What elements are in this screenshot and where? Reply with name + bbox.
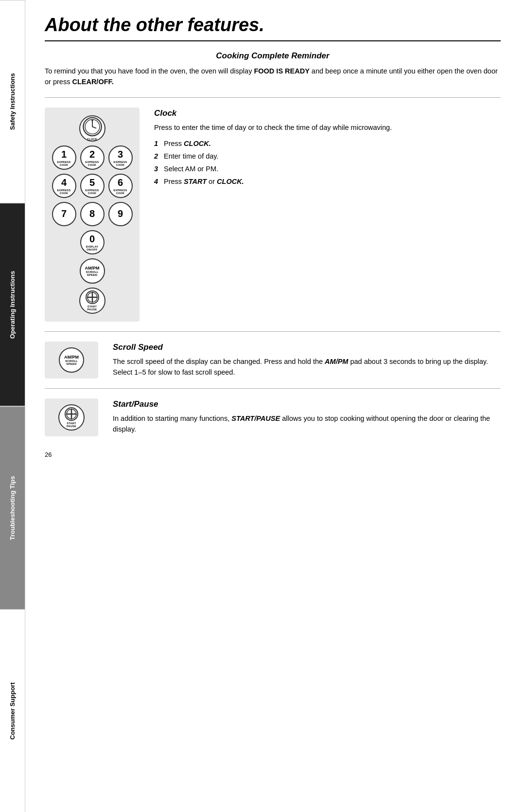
start-pause-keypad: START PAUSE: [45, 398, 98, 436]
section-divider-1: [45, 97, 501, 98]
step-2-text: Enter time of day.: [164, 151, 219, 162]
sidebar-tab-troubleshooting: Troubleshooting Tips: [0, 406, 25, 609]
key-ampm[interactable]: AM/PM SCROLL SPEED: [80, 258, 105, 284]
key-1-sub: EXPRESS COOK: [53, 161, 75, 166]
cooking-reminder-section: Cooking Complete Reminder To remind you …: [45, 51, 501, 88]
ampm-scroll-label: AM/PM: [64, 355, 79, 360]
key-5-sub: EXPRESS COOK: [81, 189, 104, 195]
cooking-reminder-header: Cooking Complete Reminder: [45, 51, 501, 61]
key-7-label: 7: [61, 208, 67, 219]
scroll-description: Scroll Speed The scroll speed of the dis…: [113, 342, 501, 378]
keypad-row-ampm: AM/PM SCROLL SPEED: [80, 258, 105, 284]
step-1-text: Press CLOCK.: [164, 139, 211, 149]
key-0-label: 0: [89, 234, 95, 245]
start-small-icon: [64, 407, 79, 421]
key-0[interactable]: 0 DISPLAY ON/OFF: [80, 230, 105, 254]
key-1-label: 1: [61, 149, 67, 160]
key-clock[interactable]: CLOCK: [79, 115, 105, 142]
clock-key-label: CLOCK: [87, 138, 97, 141]
keypad-row-123: 1 EXPRESS COOK 2 EXPRESS COOK 3 EXPRESS …: [52, 145, 133, 170]
ampm-label: AM/PM: [85, 266, 100, 271]
start-pause-header: Start/Pause: [113, 399, 501, 409]
sidebar-tab-safety: Safety Instructions: [0, 0, 25, 203]
key-0-sub: DISPLAY ON/OFF: [86, 245, 98, 251]
clock-header: Clock: [154, 108, 501, 118]
key-start[interactable]: START PAUSE: [79, 288, 105, 314]
key-7[interactable]: 7: [52, 202, 76, 226]
step-3-text: Select AM or PM.: [164, 164, 218, 175]
clock-icon: [81, 116, 104, 137]
step-4-text: Press START or CLOCK.: [164, 177, 244, 187]
key-5-label: 5: [89, 177, 95, 188]
scroll-speed-section: AM/PM SCROLL SPEED Scroll Speed The scro…: [45, 342, 501, 379]
key-ampm-scroll[interactable]: AM/PM SCROLL SPEED: [59, 347, 84, 373]
clock-section: CLOCK 1 EXPRESS COOK 2 EXPRESS COOK 3 EX…: [45, 108, 501, 322]
keypad-row-0: 0 DISPLAY ON/OFF: [80, 230, 105, 254]
sidebar-tab-operating: Operating Instructions: [0, 203, 25, 406]
keypad-row-start: START PAUSE: [79, 288, 105, 314]
key-6-label: 6: [118, 177, 123, 188]
page-number: 26: [45, 451, 501, 458]
scroll-speed-body: The scroll speed of the display can be c…: [113, 356, 501, 378]
start-pause-body: In addition to starting many functions, …: [113, 413, 501, 435]
key-3[interactable]: 3 EXPRESS COOK: [108, 145, 133, 170]
step-num-2: 2: [154, 151, 161, 162]
keypad-row-789: 7 8 9: [52, 202, 133, 226]
key-2-sub: EXPRESS COOK: [81, 161, 104, 166]
section-divider-2: [45, 331, 501, 332]
keypad-row-clock: CLOCK: [79, 115, 105, 142]
key-4-sub: EXPRESS COOK: [53, 189, 75, 195]
key-9-label: 9: [118, 208, 123, 219]
key-9[interactable]: 9: [108, 202, 133, 226]
main-content: About the other features. Cooking Comple…: [25, 0, 525, 812]
keypad-row-456: 4 EXPRESS COOK 5 EXPRESS COOK 6 EXPRESS …: [52, 174, 133, 198]
section-divider-3: [45, 388, 501, 389]
key-1[interactable]: 1 EXPRESS COOK: [52, 145, 76, 170]
sidebar-tab-consumer: Consumer Support: [0, 609, 25, 812]
cooking-reminder-text: To remind you that you have food in the …: [45, 66, 501, 88]
key-6-sub: EXPRESS COOK: [109, 189, 132, 195]
step-num-4: 4: [154, 177, 161, 187]
key-4[interactable]: 4 EXPRESS COOK: [52, 174, 76, 198]
clock-body: Press to enter the time of day or to che…: [154, 122, 501, 133]
start-icon: [85, 290, 100, 305]
key-8[interactable]: 8: [80, 202, 105, 226]
scroll-speed-header: Scroll Speed: [113, 343, 501, 352]
clock-step-1: 1 Press CLOCK.: [154, 139, 501, 149]
clock-description: Clock Press to enter the time of day or …: [154, 108, 501, 322]
step-num-3: 3: [154, 164, 161, 175]
key-5[interactable]: 5 EXPRESS COOK: [80, 174, 105, 198]
key-8-label: 8: [89, 208, 95, 219]
start-key-label: START PAUSE: [87, 305, 97, 311]
start-small-label: START PAUSE: [67, 422, 76, 428]
key-2[interactable]: 2 EXPRESS COOK: [80, 145, 105, 170]
clock-steps: 1 Press CLOCK. 2 Enter time of day. 3 Se…: [154, 139, 501, 187]
key-2-label: 2: [89, 149, 95, 160]
ampm-sub: SCROLL SPEED: [86, 271, 99, 276]
clock-keypad: CLOCK 1 EXPRESS COOK 2 EXPRESS COOK 3 EX…: [45, 108, 140, 322]
scroll-keypad: AM/PM SCROLL SPEED: [45, 342, 98, 379]
ampm-scroll-sub: SCROLL SPEED: [65, 360, 78, 365]
key-start-small[interactable]: START PAUSE: [58, 404, 85, 431]
svg-point-4: [91, 119, 93, 121]
key-3-label: 3: [118, 149, 123, 160]
sidebar: Safety Instructions Operating Instructio…: [0, 0, 25, 812]
page-title: About the other features.: [45, 15, 501, 36]
key-6[interactable]: 6 EXPRESS COOK: [108, 174, 133, 198]
step-num-1: 1: [154, 139, 161, 149]
key-3-sub: EXPRESS COOK: [109, 161, 132, 166]
title-divider: [45, 40, 501, 41]
clock-step-2: 2 Enter time of day.: [154, 151, 501, 162]
clock-step-4: 4 Press START or CLOCK.: [154, 177, 501, 187]
clock-step-3: 3 Select AM or PM.: [154, 164, 501, 175]
start-pause-description: Start/Pause In addition to starting many…: [113, 398, 501, 435]
key-4-label: 4: [61, 177, 67, 188]
start-pause-section: START PAUSE Start/Pause In addition to s…: [45, 398, 501, 436]
